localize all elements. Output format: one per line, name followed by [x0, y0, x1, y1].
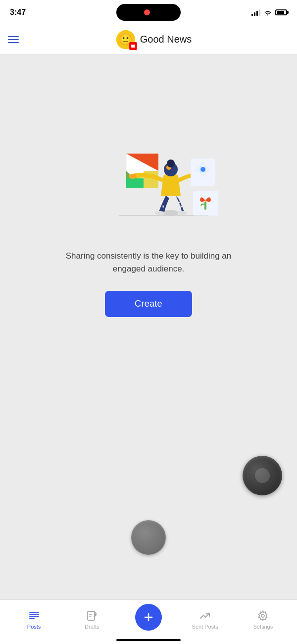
posts-icon	[28, 610, 40, 622]
hamburger-line-1	[8, 36, 19, 37]
svg-point-20	[155, 211, 165, 215]
recording-indicator	[144, 9, 150, 15]
menu-button[interactable]	[8, 36, 19, 43]
main-content: Sharing consistently is the key to build…	[0, 54, 297, 604]
hamburger-line-3	[8, 42, 19, 43]
nav-item-settings[interactable]: Settings	[248, 610, 278, 630]
svg-rect-27	[88, 611, 95, 620]
signal-icon	[251, 9, 260, 16]
create-fab-button[interactable]	[135, 604, 162, 631]
settings-icon	[257, 610, 269, 622]
svg-point-33	[261, 614, 264, 617]
battery-icon	[275, 9, 287, 15]
status-icons	[251, 9, 287, 16]
hamburger-line-2	[8, 39, 19, 40]
nav-item-create[interactable]	[135, 609, 162, 631]
avatar: 🙂	[116, 30, 135, 49]
drafts-label: Drafts	[85, 624, 99, 630]
sent-posts-label: Sent Posts	[192, 624, 218, 630]
illustration	[79, 114, 218, 228]
home-button-artifact	[131, 520, 166, 555]
svg-point-10	[167, 160, 175, 167]
svg-point-21	[177, 211, 187, 215]
settings-label: Settings	[253, 624, 273, 630]
create-button[interactable]: Create	[105, 291, 192, 317]
header: 🙂 Good News	[0, 25, 297, 54]
status-bar: 3:47	[0, 0, 297, 25]
bottom-nav: Posts Drafts	[0, 599, 297, 644]
camera-button-artifact	[243, 456, 282, 495]
svg-point-17	[200, 167, 205, 172]
plus-icon	[143, 611, 154, 623]
svg-rect-4	[126, 178, 144, 188]
header-center: 🙂 Good News	[19, 30, 289, 49]
home-indicator	[116, 639, 181, 641]
svg-point-7	[129, 174, 137, 179]
header-title: Good News	[140, 34, 192, 45]
sent-posts-icon	[199, 610, 211, 622]
nav-item-drafts[interactable]: Drafts	[77, 610, 107, 630]
nav-item-sent-posts[interactable]: Sent Posts	[190, 610, 220, 630]
youtube-badge	[129, 42, 137, 50]
posts-label: Posts	[27, 624, 41, 630]
status-time: 3:47	[10, 8, 26, 17]
dynamic-island	[116, 4, 181, 21]
youtube-badge-inner	[131, 45, 135, 48]
tagline: Sharing consistently is the key to build…	[64, 250, 233, 275]
svg-rect-19	[204, 202, 206, 210]
wifi-icon	[263, 9, 272, 16]
nav-item-posts[interactable]: Posts	[19, 610, 49, 630]
drafts-icon	[86, 610, 98, 622]
illustration-container	[79, 114, 218, 230]
